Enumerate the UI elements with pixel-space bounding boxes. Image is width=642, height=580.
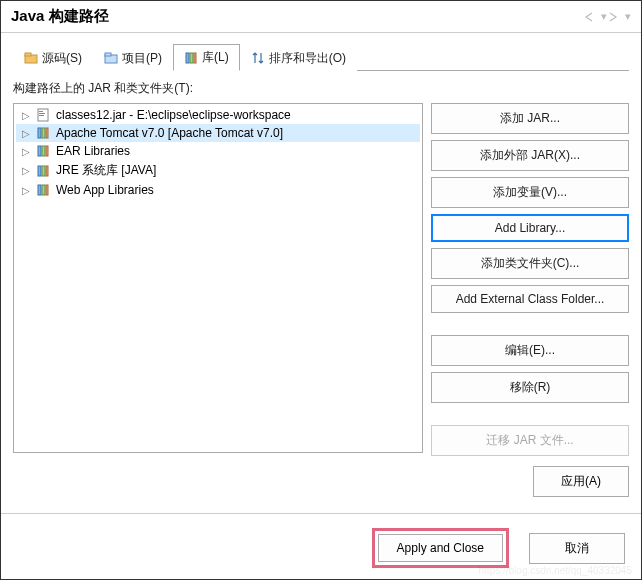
svg-rect-8 [39,111,43,112]
nav-forward-icon[interactable] [609,12,623,22]
nav-arrow-group: ▾ ▾ [585,10,631,23]
svg-rect-9 [39,113,45,114]
expander-icon[interactable]: ▷ [20,146,32,157]
library-icon [36,126,52,140]
tab-label: 库(L) [202,49,229,66]
tree-item-label: Apache Tomcat v7.0 [Apache Tomcat v7.0] [56,126,283,140]
cancel-button[interactable]: 取消 [529,533,625,564]
tab-projects[interactable]: 项目(P) [93,44,173,71]
tree-item-label: EAR Libraries [56,144,130,158]
jar-file-icon [36,108,52,122]
tab-order-export[interactable]: 排序和导出(O) [240,44,357,71]
tree-item-label: JRE 系统库 [JAVA] [56,162,156,179]
page-title: Java 构建路径 [11,7,109,26]
add-jar-button[interactable]: 添加 JAR... [431,103,629,134]
svg-rect-12 [42,128,45,138]
tab-label: 排序和导出(O) [269,50,346,67]
svg-rect-21 [42,185,45,195]
apply-row: 应用(A) [13,456,629,513]
library-icon [36,144,52,158]
tabbar: 源码(S) 项目(P) 库(L) 排序和导出(O) [13,43,629,71]
tab-label: 源码(S) [42,50,82,67]
pane-label: 构建路径上的 JAR 和类文件夹(T): [13,80,629,97]
migrate-jar-button: 迁移 JAR 文件... [431,425,629,456]
apply-close-highlight: Apply and Close [372,528,509,568]
svg-rect-16 [46,146,48,156]
order-export-icon [251,51,265,65]
pane-body: ▷ classes12.jar - E:\eclipse\eclipse-wor… [13,103,629,456]
svg-rect-11 [38,128,41,138]
nav-forward-menu-icon[interactable]: ▾ [625,10,631,23]
apply-button[interactable]: 应用(A) [533,466,629,497]
expander-icon[interactable]: ▷ [20,165,32,176]
tree-item[interactable]: ▷ Web App Libraries [16,181,420,199]
watermark-text: https://blog.csdn.net/qq_40332045 [479,565,632,576]
expander-icon[interactable]: ▷ [20,128,32,139]
svg-rect-4 [186,53,189,63]
tab-label: 项目(P) [122,50,162,67]
source-folder-icon [24,51,38,65]
tree-item-label: Web App Libraries [56,183,154,197]
expander-icon[interactable]: ▷ [20,185,32,196]
add-external-class-folder-button[interactable]: Add External Class Folder... [431,285,629,313]
svg-rect-1 [25,53,31,56]
svg-rect-5 [190,53,193,63]
nav-back-icon[interactable] [585,12,599,22]
add-library-button[interactable]: Add Library... [431,214,629,242]
edit-button[interactable]: 编辑(E)... [431,335,629,366]
remove-button[interactable]: 移除(R) [431,372,629,403]
titlebar: Java 构建路径 ▾ ▾ [1,1,641,33]
tree-item[interactable]: ▷ classes12.jar - E:\eclipse\eclipse-wor… [16,106,420,124]
add-variable-button[interactable]: 添加变量(V)... [431,177,629,208]
svg-rect-18 [42,166,45,176]
button-column: 添加 JAR... 添加外部 JAR(X)... 添加变量(V)... Add … [431,103,629,456]
libraries-pane: 构建路径上的 JAR 和类文件夹(T): ▷ classes12.jar - E… [13,70,629,513]
svg-rect-15 [42,146,45,156]
library-icon [36,183,52,197]
add-external-jar-button[interactable]: 添加外部 JAR(X)... [431,140,629,171]
tab-libraries[interactable]: 库(L) [173,44,240,71]
svg-rect-3 [105,53,111,56]
libraries-icon [184,51,198,65]
svg-rect-19 [46,166,48,176]
apply-and-close-button[interactable]: Apply and Close [378,534,503,562]
tab-source[interactable]: 源码(S) [13,44,93,71]
expander-icon[interactable]: ▷ [20,110,32,121]
svg-rect-20 [38,185,41,195]
tree-item-label: classes12.jar - E:\eclipse\eclipse-works… [56,108,291,122]
svg-rect-14 [38,146,41,156]
library-icon [36,164,52,178]
svg-rect-17 [38,166,41,176]
svg-rect-22 [46,185,48,195]
tree-item[interactable]: ▷ EAR Libraries [16,142,420,160]
tree-item[interactable]: ▷ Apache Tomcat v7.0 [Apache Tomcat v7.0… [16,124,420,142]
nav-back-menu-icon[interactable]: ▾ [601,10,607,23]
jar-tree[interactable]: ▷ classes12.jar - E:\eclipse\eclipse-wor… [13,103,423,453]
content-area: 源码(S) 项目(P) 库(L) 排序和导出(O) 构建路径上的 JAR 和类文… [1,33,641,513]
svg-rect-10 [39,115,44,116]
svg-rect-6 [194,53,196,63]
svg-rect-13 [46,128,48,138]
tree-item[interactable]: ▷ JRE 系统库 [JAVA] [16,160,420,181]
projects-icon [104,51,118,65]
add-class-folder-button[interactable]: 添加类文件夹(C)... [431,248,629,279]
